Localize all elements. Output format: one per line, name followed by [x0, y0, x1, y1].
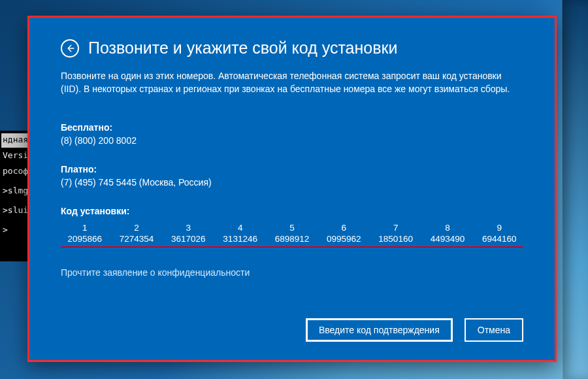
iid-block: 4493490	[423, 234, 471, 244]
iid-index: 5	[268, 223, 316, 233]
cancel-button[interactable]: Отмена	[465, 318, 523, 342]
iid-value-row: 2095866 7274354 3617026 3131246 6898912 …	[61, 234, 523, 244]
iid-block: 0995962	[320, 234, 368, 244]
iid-index: 6	[320, 223, 368, 233]
enter-confirmation-code-button[interactable]: Введите код подтверждения	[306, 318, 453, 342]
toll-number: (7) (495) 745 5445 (Москва, Россия)	[61, 177, 523, 188]
iid-block: 3617026	[165, 234, 212, 244]
iid-block: 6898912	[268, 234, 316, 244]
iid-index-row: 1 2 3 4 5 6 7 8 9	[61, 223, 523, 233]
back-button[interactable]	[61, 39, 79, 58]
installation-id-label: Код установки:	[61, 206, 523, 216]
iid-index: 7	[372, 223, 419, 233]
iid-block: 6944160	[476, 234, 523, 244]
iid-index: 2	[112, 223, 160, 233]
iid-underline	[61, 246, 523, 248]
activation-dialog: Позвоните и укажите свой код установки П…	[27, 16, 557, 362]
iid-index: 4	[216, 223, 264, 233]
iid-block: 1850160	[372, 234, 419, 244]
iid-index: 8	[423, 223, 471, 233]
privacy-statement-link[interactable]: Прочтите заявление о конфиденциальности	[61, 267, 523, 278]
dialog-description: Позвоните на один из этих номеров. Автом…	[61, 69, 518, 96]
iid-block: 7274354	[112, 234, 160, 244]
arrow-left-icon	[65, 44, 74, 53]
iid-index: 3	[165, 223, 212, 233]
iid-index: 1	[61, 223, 108, 233]
toll-free-label: Бесплатно:	[61, 122, 523, 133]
desktop-right-edge	[562, 0, 588, 379]
iid-block: 2095866	[61, 234, 108, 244]
iid-index: 9	[476, 223, 523, 233]
toll-label: Платно:	[61, 164, 523, 174]
iid-block: 3131246	[216, 234, 264, 244]
dialog-title: Позвоните и укажите свой код установки	[88, 39, 397, 58]
toll-free-number: (8) (800) 200 8002	[61, 135, 523, 146]
